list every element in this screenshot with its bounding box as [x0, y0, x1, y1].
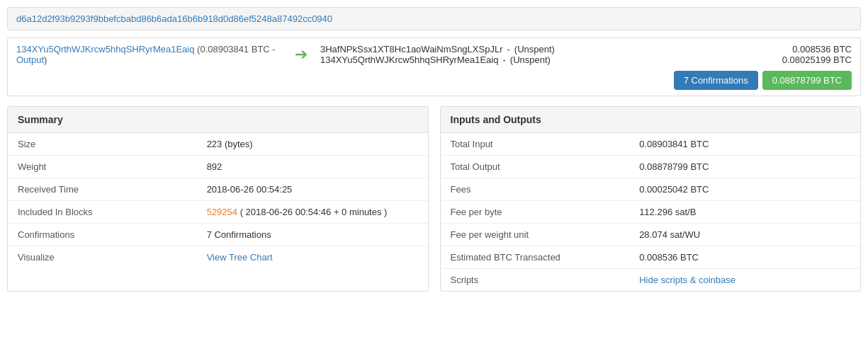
output-amount-1: 0.008536 BTC: [792, 44, 852, 54]
summary-row: Size223 (bytes): [8, 133, 428, 156]
io-value-4: 28.074 sat/WU: [629, 224, 860, 246]
block-link[interactable]: 529254: [207, 207, 237, 217]
io-label-4: Fee per weight unit: [441, 224, 630, 246]
output-address-2-link[interactable]: 134XYu5QrthWJKrcw5hhqSHRyrMea1Eaiq: [320, 54, 498, 65]
summary-row: Received Time2018-06-26 00:54:25: [8, 178, 428, 201]
bottom-panels: Summary Size223 (bytes)Weight892Received…: [7, 106, 861, 292]
output-row-2: 134XYu5QrthWJKrcw5hhqSHRyrMea1Eaiq - (Un…: [320, 54, 852, 65]
summary-row: VisualizeView Tree Chart: [8, 246, 428, 269]
tx-arrow-icon: ➔: [282, 44, 320, 66]
summary-value-0: 223 (bytes): [197, 133, 428, 156]
io-row: ScriptsHide scripts & coinbase: [441, 269, 861, 292]
io-row: Fee per weight unit28.074 sat/WU: [441, 224, 861, 246]
tx-output-side: 3HafNPkSsx1XT8Hc1aoWaiNmSngLXSpJLr - (Un…: [320, 44, 852, 90]
summary-value-1: 892: [197, 156, 428, 178]
io-row: Fees0.00025042 BTC: [441, 178, 861, 201]
summary-panel: Summary Size223 (bytes)Weight892Received…: [7, 106, 429, 292]
summary-label-2: Received Time: [8, 178, 197, 201]
summary-label-5: Visualize: [8, 246, 197, 269]
summary-header: Summary: [8, 107, 428, 133]
summary-value-2: 2018-06-26 00:54:25: [197, 178, 428, 201]
io-row: Total Input0.08903841 BTC: [441, 133, 861, 156]
summary-row: Weight892: [8, 156, 428, 178]
input-amount: 0.08903841: [200, 44, 249, 54]
output-address-group: 3HafNPkSsx1XT8Hc1aoWaiNmSngLXSpJLr - (Un…: [320, 44, 852, 65]
summary-row: Confirmations7 Confirmations: [8, 224, 428, 246]
tx-hash-link[interactable]: d6a12d2f93b9293f9bbefcbabd86b6ada16b6b91…: [16, 13, 332, 24]
output-addr-status-2: 134XYu5QrthWJKrcw5hhqSHRyrMea1Eaiq - (Un…: [320, 54, 551, 65]
confirmations-button[interactable]: 7 Confirmations: [674, 71, 758, 90]
summary-value-3: 529254 ( 2018-06-26 00:54:46 + 0 minutes…: [197, 201, 428, 224]
view-tree-chart-link[interactable]: View Tree Chart: [207, 252, 273, 263]
output-amount-2: 0.08025199 BTC: [782, 54, 852, 65]
io-label-6: Scripts: [441, 269, 630, 292]
inputs-outputs-header: Inputs and Outputs: [441, 107, 861, 133]
tx-confirmations-row: 7 Confirmations 0.08878799 BTC: [320, 71, 852, 90]
summary-label-3: Included In Blocks: [8, 201, 197, 224]
output-row-1: 3HafNPkSsx1XT8Hc1aoWaiNmSngLXSpJLr - (Un…: [320, 44, 852, 54]
total-btc-button[interactable]: 0.08878799 BTC: [762, 71, 852, 90]
output-status-1: (Unspent): [514, 44, 555, 54]
io-label-1: Total Output: [441, 156, 630, 178]
io-value-5: 0.008536 BTC: [629, 246, 860, 269]
io-value-0: 0.08903841 BTC: [629, 133, 860, 156]
tx-io-row: 134XYu5QrthWJKrcw5hhqSHRyrMea1Eaiq (0.08…: [7, 38, 861, 96]
output-separator-1: -: [507, 44, 509, 54]
io-label-5: Estimated BTC Transacted: [441, 246, 630, 269]
summary-label-1: Weight: [8, 156, 197, 178]
tx-hash-bar: d6a12d2f93b9293f9bbefcbabd86b6ada16b6b91…: [7, 7, 861, 30]
io-label-2: Fees: [441, 178, 630, 201]
output-address-1-link[interactable]: 3HafNPkSsx1XT8Hc1aoWaiNmSngLXSpJLr: [320, 44, 502, 54]
inputs-outputs-panel: Inputs and Outputs Total Input0.08903841…: [440, 106, 862, 292]
io-label-3: Fee per byte: [441, 201, 630, 224]
input-output-link[interactable]: Output: [16, 54, 44, 65]
summary-value-4: 7 Confirmations: [197, 224, 428, 246]
summary-row: Included In Blocks529254 ( 2018-06-26 00…: [8, 201, 428, 224]
output-separator-2: -: [502, 54, 505, 65]
output-addr-status-1: 3HafNPkSsx1XT8Hc1aoWaiNmSngLXSpJLr - (Un…: [320, 44, 555, 54]
tx-input-side: 134XYu5QrthWJKrcw5hhqSHRyrMea1Eaiq (0.08…: [16, 44, 282, 65]
io-row: Estimated BTC Transacted0.008536 BTC: [441, 246, 861, 269]
block-date: ( 2018-06-26 00:54:46 + 0 minutes ): [237, 207, 387, 217]
input-unit: BTC: [252, 44, 270, 54]
io-value-6: Hide scripts & coinbase: [629, 269, 860, 292]
scripts-link[interactable]: Hide scripts & coinbase: [639, 275, 735, 285]
io-value-1: 0.08878799 BTC: [629, 156, 860, 178]
io-label-0: Total Input: [441, 133, 630, 156]
io-row: Fee per byte112.296 sat/B: [441, 201, 861, 224]
io-row: Total Output0.08878799 BTC: [441, 156, 861, 178]
io-value-3: 112.296 sat/B: [629, 201, 860, 224]
io-value-2: 0.00025042 BTC: [629, 178, 860, 201]
input-address-link[interactable]: 134XYu5QrthWJKrcw5hhqSHRyrMea1Eaiq: [16, 44, 194, 54]
summary-label-4: Confirmations: [8, 224, 197, 246]
summary-table: Size223 (bytes)Weight892Received Time201…: [8, 133, 428, 268]
output-status-2: (Unspent): [510, 54, 551, 65]
summary-label-0: Size: [8, 133, 197, 156]
summary-value-5: View Tree Chart: [197, 246, 428, 269]
inputs-outputs-table: Total Input0.08903841 BTCTotal Output0.0…: [441, 133, 861, 291]
